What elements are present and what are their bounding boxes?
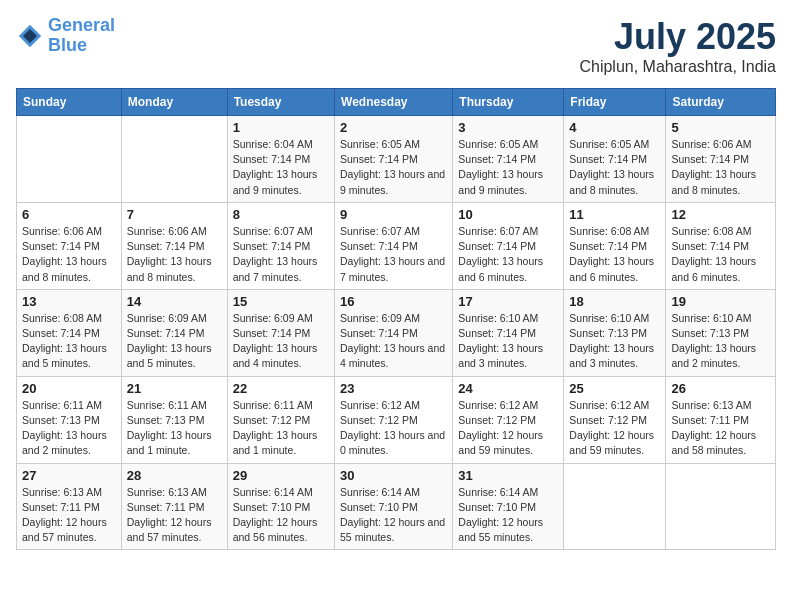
day-number: 14 (127, 294, 222, 309)
day-number: 30 (340, 468, 447, 483)
day-number: 31 (458, 468, 558, 483)
calendar-cell: 27Sunrise: 6:13 AM Sunset: 7:11 PM Dayli… (17, 463, 122, 550)
day-number: 4 (569, 120, 660, 135)
day-info: Sunrise: 6:12 AM Sunset: 7:12 PM Dayligh… (458, 398, 558, 459)
day-number: 28 (127, 468, 222, 483)
day-info: Sunrise: 6:14 AM Sunset: 7:10 PM Dayligh… (233, 485, 329, 546)
day-info: Sunrise: 6:10 AM Sunset: 7:13 PM Dayligh… (569, 311, 660, 372)
calendar-cell: 11Sunrise: 6:08 AM Sunset: 7:14 PM Dayli… (564, 202, 666, 289)
day-info: Sunrise: 6:05 AM Sunset: 7:14 PM Dayligh… (458, 137, 558, 198)
day-number: 13 (22, 294, 116, 309)
calendar-cell: 15Sunrise: 6:09 AM Sunset: 7:14 PM Dayli… (227, 289, 334, 376)
calendar-cell (564, 463, 666, 550)
day-number: 21 (127, 381, 222, 396)
day-number: 7 (127, 207, 222, 222)
calendar-body: 1Sunrise: 6:04 AM Sunset: 7:14 PM Daylig… (17, 116, 776, 550)
day-number: 18 (569, 294, 660, 309)
page-header: General Blue July 2025 Chiplun, Maharash… (16, 16, 776, 76)
day-number: 29 (233, 468, 329, 483)
day-info: Sunrise: 6:11 AM Sunset: 7:12 PM Dayligh… (233, 398, 329, 459)
calendar-cell: 1Sunrise: 6:04 AM Sunset: 7:14 PM Daylig… (227, 116, 334, 203)
logo-icon (16, 22, 44, 50)
day-number: 3 (458, 120, 558, 135)
title-block: July 2025 Chiplun, Maharashtra, India (579, 16, 776, 76)
calendar-cell: 7Sunrise: 6:06 AM Sunset: 7:14 PM Daylig… (121, 202, 227, 289)
calendar-cell: 6Sunrise: 6:06 AM Sunset: 7:14 PM Daylig… (17, 202, 122, 289)
logo-text: General Blue (48, 16, 115, 56)
day-info: Sunrise: 6:11 AM Sunset: 7:13 PM Dayligh… (22, 398, 116, 459)
day-number: 5 (671, 120, 770, 135)
calendar-cell (17, 116, 122, 203)
calendar-table: SundayMondayTuesdayWednesdayThursdayFrid… (16, 88, 776, 550)
day-info: Sunrise: 6:07 AM Sunset: 7:14 PM Dayligh… (458, 224, 558, 285)
day-info: Sunrise: 6:06 AM Sunset: 7:14 PM Dayligh… (22, 224, 116, 285)
day-info: Sunrise: 6:06 AM Sunset: 7:14 PM Dayligh… (671, 137, 770, 198)
day-info: Sunrise: 6:04 AM Sunset: 7:14 PM Dayligh… (233, 137, 329, 198)
logo: General Blue (16, 16, 115, 56)
calendar-cell: 10Sunrise: 6:07 AM Sunset: 7:14 PM Dayli… (453, 202, 564, 289)
calendar-cell: 14Sunrise: 6:09 AM Sunset: 7:14 PM Dayli… (121, 289, 227, 376)
day-of-week-header: Tuesday (227, 89, 334, 116)
calendar-cell: 18Sunrise: 6:10 AM Sunset: 7:13 PM Dayli… (564, 289, 666, 376)
calendar-cell (666, 463, 776, 550)
day-info: Sunrise: 6:10 AM Sunset: 7:13 PM Dayligh… (671, 311, 770, 372)
day-of-week-header: Wednesday (335, 89, 453, 116)
day-info: Sunrise: 6:09 AM Sunset: 7:14 PM Dayligh… (127, 311, 222, 372)
calendar-cell: 26Sunrise: 6:13 AM Sunset: 7:11 PM Dayli… (666, 376, 776, 463)
calendar-cell: 19Sunrise: 6:10 AM Sunset: 7:13 PM Dayli… (666, 289, 776, 376)
day-number: 20 (22, 381, 116, 396)
day-info: Sunrise: 6:13 AM Sunset: 7:11 PM Dayligh… (671, 398, 770, 459)
day-number: 12 (671, 207, 770, 222)
calendar-cell: 20Sunrise: 6:11 AM Sunset: 7:13 PM Dayli… (17, 376, 122, 463)
day-number: 27 (22, 468, 116, 483)
day-info: Sunrise: 6:08 AM Sunset: 7:14 PM Dayligh… (671, 224, 770, 285)
subtitle: Chiplun, Maharashtra, India (579, 58, 776, 76)
calendar-cell: 2Sunrise: 6:05 AM Sunset: 7:14 PM Daylig… (335, 116, 453, 203)
day-info: Sunrise: 6:07 AM Sunset: 7:14 PM Dayligh… (233, 224, 329, 285)
day-number: 10 (458, 207, 558, 222)
calendar-cell: 22Sunrise: 6:11 AM Sunset: 7:12 PM Dayli… (227, 376, 334, 463)
day-info: Sunrise: 6:10 AM Sunset: 7:14 PM Dayligh… (458, 311, 558, 372)
calendar-cell: 30Sunrise: 6:14 AM Sunset: 7:10 PM Dayli… (335, 463, 453, 550)
day-info: Sunrise: 6:06 AM Sunset: 7:14 PM Dayligh… (127, 224, 222, 285)
day-info: Sunrise: 6:08 AM Sunset: 7:14 PM Dayligh… (569, 224, 660, 285)
day-info: Sunrise: 6:05 AM Sunset: 7:14 PM Dayligh… (340, 137, 447, 198)
day-info: Sunrise: 6:14 AM Sunset: 7:10 PM Dayligh… (458, 485, 558, 546)
day-number: 25 (569, 381, 660, 396)
day-number: 11 (569, 207, 660, 222)
calendar-cell: 25Sunrise: 6:12 AM Sunset: 7:12 PM Dayli… (564, 376, 666, 463)
day-number: 26 (671, 381, 770, 396)
calendar-cell: 9Sunrise: 6:07 AM Sunset: 7:14 PM Daylig… (335, 202, 453, 289)
day-number: 6 (22, 207, 116, 222)
day-info: Sunrise: 6:07 AM Sunset: 7:14 PM Dayligh… (340, 224, 447, 285)
day-number: 17 (458, 294, 558, 309)
day-info: Sunrise: 6:13 AM Sunset: 7:11 PM Dayligh… (127, 485, 222, 546)
day-number: 1 (233, 120, 329, 135)
calendar-cell: 24Sunrise: 6:12 AM Sunset: 7:12 PM Dayli… (453, 376, 564, 463)
calendar-cell: 17Sunrise: 6:10 AM Sunset: 7:14 PM Dayli… (453, 289, 564, 376)
day-info: Sunrise: 6:08 AM Sunset: 7:14 PM Dayligh… (22, 311, 116, 372)
calendar-cell: 29Sunrise: 6:14 AM Sunset: 7:10 PM Dayli… (227, 463, 334, 550)
day-info: Sunrise: 6:11 AM Sunset: 7:13 PM Dayligh… (127, 398, 222, 459)
calendar-week-row: 27Sunrise: 6:13 AM Sunset: 7:11 PM Dayli… (17, 463, 776, 550)
day-of-week-header: Thursday (453, 89, 564, 116)
day-number: 16 (340, 294, 447, 309)
calendar-cell: 13Sunrise: 6:08 AM Sunset: 7:14 PM Dayli… (17, 289, 122, 376)
day-info: Sunrise: 6:09 AM Sunset: 7:14 PM Dayligh… (340, 311, 447, 372)
calendar-cell: 8Sunrise: 6:07 AM Sunset: 7:14 PM Daylig… (227, 202, 334, 289)
day-of-week-header: Sunday (17, 89, 122, 116)
calendar-week-row: 20Sunrise: 6:11 AM Sunset: 7:13 PM Dayli… (17, 376, 776, 463)
calendar-cell: 31Sunrise: 6:14 AM Sunset: 7:10 PM Dayli… (453, 463, 564, 550)
day-info: Sunrise: 6:12 AM Sunset: 7:12 PM Dayligh… (340, 398, 447, 459)
day-number: 2 (340, 120, 447, 135)
day-of-week-header: Monday (121, 89, 227, 116)
day-info: Sunrise: 6:13 AM Sunset: 7:11 PM Dayligh… (22, 485, 116, 546)
calendar-cell: 12Sunrise: 6:08 AM Sunset: 7:14 PM Dayli… (666, 202, 776, 289)
day-info: Sunrise: 6:05 AM Sunset: 7:14 PM Dayligh… (569, 137, 660, 198)
calendar-cell: 16Sunrise: 6:09 AM Sunset: 7:14 PM Dayli… (335, 289, 453, 376)
main-title: July 2025 (579, 16, 776, 58)
calendar-header-row: SundayMondayTuesdayWednesdayThursdayFrid… (17, 89, 776, 116)
day-number: 19 (671, 294, 770, 309)
calendar-cell: 5Sunrise: 6:06 AM Sunset: 7:14 PM Daylig… (666, 116, 776, 203)
day-info: Sunrise: 6:09 AM Sunset: 7:14 PM Dayligh… (233, 311, 329, 372)
